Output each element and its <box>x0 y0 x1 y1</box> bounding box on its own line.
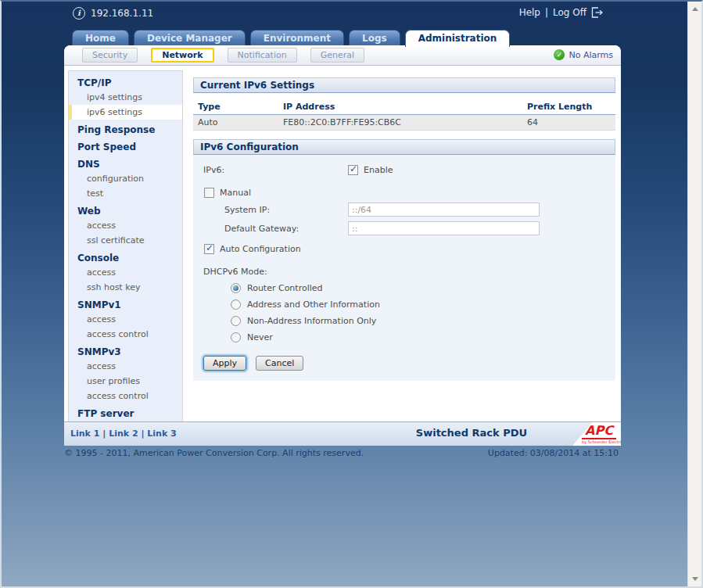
never-radio[interactable] <box>231 332 241 342</box>
alarm-status-label: No Alarms <box>568 50 613 60</box>
apc-logo: APC by Schneider Electric <box>582 425 616 445</box>
manual-row: Manual <box>204 188 615 198</box>
tab-environment[interactable]: Environment <box>250 30 344 46</box>
sidebar-item-web[interactable]: Web <box>69 201 182 218</box>
default-gateway-label: Default Gateway: <box>224 224 348 234</box>
system-ip-row: System IP: <box>224 203 615 217</box>
apc-management-page: 192.168.1.11 Help | Log Off Home Device … <box>0 0 703 588</box>
sidebar-item-port-speed[interactable]: Port Speed <box>69 137 182 154</box>
scroll-up-button[interactable] <box>688 2 701 16</box>
dhcpv6-option-non-address: Non-Address Information Only <box>231 316 615 326</box>
current-ipv6-settings-header: Current IPv6 Settings <box>193 77 615 93</box>
sidebar-item-tcpip[interactable]: TCP/IP <box>69 73 182 90</box>
subtab-general[interactable]: General <box>310 48 364 63</box>
auto-configuration-checkbox[interactable] <box>204 244 214 254</box>
updated-timestamp: Updated: 03/08/2014 at 15:10 <box>488 448 619 458</box>
footer-link-separator: | <box>141 428 144 439</box>
main-content: Current IPv6 Settings Type IP Address Pr… <box>193 77 615 381</box>
system-ip-input[interactable] <box>348 203 540 217</box>
panel-footer: Link 1 | Link 2 | Link 3 Switched Rack P… <box>64 421 621 446</box>
help-link[interactable]: Help <box>519 7 540 18</box>
scroll-down-button[interactable] <box>688 572 701 586</box>
table-row: Auto FE80::2C0:B7FF:FE95:CB6C 64 <box>193 115 615 131</box>
sidebar-item-snmpv3-access-control[interactable]: access control <box>69 389 182 403</box>
sidebar-item-ssl-certificate[interactable]: ssl certificate <box>69 233 182 248</box>
product-name: Switched Rack PDU <box>416 427 527 439</box>
sidebar-item-snmpv3[interactable]: SNMPv3 <box>69 342 182 359</box>
sidebar-item-snmpv1-access-control[interactable]: access control <box>69 327 182 342</box>
sidebar-item-ipv6-settings[interactable]: ipv6 settings <box>69 105 182 120</box>
subtab-security[interactable]: Security <box>82 48 138 63</box>
footer-link-separator: | <box>102 428 106 439</box>
main-tab-bar: Home Device Manager Environment Logs Adm… <box>72 30 510 46</box>
sidebar-item-web-access[interactable]: access <box>69 218 182 233</box>
footer-links: Link 1 | Link 2 | Link 3 <box>70 428 177 439</box>
info-icon <box>73 7 85 20</box>
column-header-ip-address: IP Address <box>278 100 522 115</box>
sidebar-item-snmpv3-access[interactable]: access <box>69 359 182 374</box>
alarm-status[interactable]: No Alarms <box>554 49 613 60</box>
dhcpv6-option-never: Never <box>231 332 615 342</box>
sidebar-item-ipv4-settings[interactable]: ipv4 settings <box>69 90 182 105</box>
form-buttons: Apply Cancel <box>203 356 615 371</box>
sidebar-item-ssh-host-key[interactable]: ssh host key <box>69 280 182 295</box>
manual-label: Manual <box>220 188 251 198</box>
address-other-radio[interactable] <box>231 299 241 310</box>
subtab-notification[interactable]: Notification <box>228 48 297 63</box>
sidebar-item-ping-response[interactable]: Ping Response <box>69 120 182 137</box>
current-ipv6-settings-table: Type IP Address Prefix Length Auto FE80:… <box>193 100 615 131</box>
no-alarms-check-icon <box>554 49 565 60</box>
sidebar-item-console[interactable]: Console <box>69 248 182 265</box>
address-other-label: Address and Other Information <box>247 299 380 310</box>
dhcpv6-option-address-other: Address and Other Information <box>231 299 615 310</box>
router-controlled-radio[interactable] <box>231 283 241 293</box>
tab-administration[interactable]: Administration <box>405 30 511 47</box>
subtab-network[interactable]: Network <box>151 48 213 63</box>
sidebar-item-dns-test[interactable]: test <box>69 186 182 201</box>
cell-prefix-length: 64 <box>522 115 615 131</box>
cell-type: Auto <box>193 115 278 131</box>
subtabs: Security Network Notification General <box>82 48 364 63</box>
sidebar-item-dns-configuration[interactable]: configuration <box>69 171 182 186</box>
footer-link-2[interactable]: Link 2 <box>109 428 138 439</box>
apply-button[interactable]: Apply <box>203 356 246 371</box>
non-address-radio[interactable] <box>231 316 241 326</box>
apc-logo-zone: APC by Schneider Electric <box>572 422 621 446</box>
content-panel: Security Network Notification General No… <box>64 45 621 446</box>
logoff-icon[interactable] <box>591 7 603 18</box>
vertical-scrollbar[interactable] <box>687 2 701 586</box>
sidebar-nav: TCP/IP ipv4 settings ipv6 settings Ping … <box>68 70 183 425</box>
sidebar-item-ftp-server[interactable]: FTP server <box>69 403 182 421</box>
sidebar-item-console-access[interactable]: access <box>69 265 182 280</box>
default-gateway-input[interactable] <box>348 221 540 235</box>
column-header-type: Type <box>193 100 278 115</box>
device-ip: 192.168.1.11 <box>91 8 153 19</box>
logoff-link[interactable]: Log Off <box>553 7 586 18</box>
dhcpv6-mode-label: DHCPv6 Mode: <box>203 267 615 277</box>
system-ip-label: System IP: <box>224 205 348 215</box>
never-label: Never <box>247 332 273 342</box>
ipv6-enable-checkbox[interactable] <box>348 165 358 175</box>
manual-checkbox[interactable] <box>204 188 214 198</box>
tab-logs[interactable]: Logs <box>349 30 400 46</box>
apc-brand-text: APC <box>582 425 616 439</box>
tab-device-manager[interactable]: Device Manager <box>134 30 246 46</box>
footer-link-1[interactable]: Link 1 <box>70 428 99 439</box>
default-gateway-row: Default Gateway: <box>224 221 615 235</box>
ipv6-configuration-form: IPv6: Enable Manual System IP: Default G… <box>193 155 615 381</box>
tab-home[interactable]: Home <box>72 30 129 46</box>
apc-tagline: by Schneider Electric <box>582 439 616 445</box>
auto-configuration-row: Auto Configuration <box>204 244 615 254</box>
cell-ip-address: FE80::2C0:B7FF:FE95:CB6C <box>278 115 522 131</box>
column-header-prefix-length: Prefix Length <box>522 100 615 115</box>
sidebar-item-user-profiles[interactable]: user profiles <box>69 374 182 389</box>
copyright-text: © 1995 - 2011, American Power Conversion… <box>64 448 364 458</box>
sidebar-item-snmpv1-access[interactable]: access <box>69 312 182 327</box>
cancel-button[interactable]: Cancel <box>256 356 303 371</box>
sidebar-item-dns[interactable]: DNS <box>69 154 182 171</box>
scroll-down-icon <box>692 577 698 581</box>
sidebar-item-snmpv1[interactable]: SNMPv1 <box>69 295 182 312</box>
router-controlled-label: Router Controlled <box>247 283 323 293</box>
session-links: Help | Log Off <box>519 7 603 18</box>
footer-link-3[interactable]: Link 3 <box>147 428 176 439</box>
